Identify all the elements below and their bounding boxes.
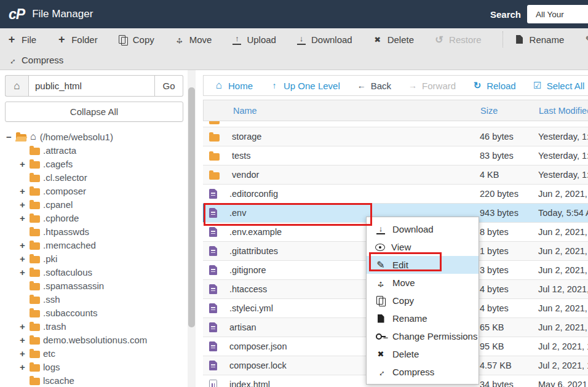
folder-icon bbox=[209, 153, 220, 161]
restore-button[interactable]: Restore bbox=[434, 34, 482, 45]
tree-item[interactable]: .spamassassin bbox=[5, 279, 183, 292]
nav-reload[interactable]: Reload bbox=[472, 81, 516, 91]
file-last-modified: Yesterday, 1:4 bbox=[532, 151, 588, 161]
tree-item[interactable]: + .cagefs bbox=[5, 157, 183, 170]
nav-up-one-level[interactable]: Up One Level bbox=[269, 81, 340, 91]
tree-item[interactable]: + .memcached bbox=[5, 238, 183, 252]
tree-item[interactable]: + .cphorde bbox=[5, 211, 183, 225]
tree-expander[interactable]: + bbox=[18, 159, 26, 169]
tree-item-label: (/home/websolu1) bbox=[40, 132, 113, 142]
file-last-modified: Jun 2, 2021, 2 bbox=[532, 322, 588, 332]
file-name: vendor bbox=[232, 170, 259, 180]
collapse-all-button[interactable]: Collapse All bbox=[5, 102, 183, 122]
delete-button[interactable]: Delete bbox=[372, 34, 414, 45]
tree-item[interactable]: .ssh bbox=[5, 292, 183, 306]
tree-item[interactable]: + .cpanel bbox=[5, 197, 183, 211]
context-menu-item-label: Delete bbox=[392, 349, 419, 359]
tree-expander[interactable]: − bbox=[5, 132, 13, 142]
nav-forward[interactable]: Forward bbox=[407, 81, 456, 91]
edit-icon bbox=[584, 34, 588, 45]
file-size: 220 bytes bbox=[474, 189, 532, 199]
file-row[interactable] bbox=[203, 121, 588, 127]
file-icon bbox=[209, 303, 217, 313]
tree-item[interactable]: + .softaculous bbox=[5, 265, 183, 279]
move-button[interactable]: Move bbox=[174, 34, 212, 45]
compress-button[interactable]: Compress bbox=[6, 55, 63, 65]
file-row[interactable]: storage 46 bytes Yesterday, 1:4 bbox=[203, 127, 588, 146]
tree-item[interactable]: .attracta bbox=[5, 143, 183, 157]
menu-compress[interactable]: Compress bbox=[367, 363, 479, 381]
nav-home[interactable]: Home bbox=[213, 81, 253, 91]
top-bar: cP File Manager Search All Your bbox=[0, 0, 588, 28]
upload-button[interactable]: Upload bbox=[231, 34, 276, 45]
menu-rename[interactable]: Rename bbox=[367, 309, 479, 327]
menu-edit[interactable]: Edit bbox=[367, 256, 479, 274]
sidebar-scrollbar[interactable] bbox=[188, 70, 196, 387]
context-menu-item-label: Download bbox=[392, 224, 434, 234]
tree-item[interactable]: + logs bbox=[5, 360, 183, 373]
cpanel-logo: cP bbox=[9, 6, 25, 23]
menu-change-permissions[interactable]: Change Permissions bbox=[367, 327, 479, 345]
toolbar-button-label: Rename bbox=[530, 34, 565, 45]
file-row[interactable]: vendor 4 KB Yesterday, 1:4 bbox=[203, 166, 588, 185]
tree-item-label: .composer bbox=[43, 186, 86, 196]
rename-button[interactable]: Rename bbox=[503, 31, 565, 47]
file-button[interactable]: File bbox=[6, 34, 36, 45]
tree-item[interactable]: lscache bbox=[5, 373, 183, 387]
tree-item[interactable]: + etc bbox=[5, 346, 183, 360]
move-icon bbox=[375, 277, 386, 288]
home-path-button[interactable] bbox=[5, 75, 28, 97]
download-button[interactable]: Download bbox=[296, 34, 352, 45]
sidebar-scrollbar-thumb[interactable] bbox=[188, 87, 195, 327]
menu-delete[interactable]: Delete bbox=[367, 345, 479, 363]
tree-item[interactable]: + demo.websolutionus.com bbox=[5, 333, 183, 346]
folder-button[interactable]: Folder bbox=[56, 34, 98, 45]
tree-expander[interactable]: + bbox=[18, 335, 26, 345]
tree-expander[interactable]: + bbox=[18, 186, 26, 196]
tree-expander[interactable]: + bbox=[18, 362, 26, 372]
folder-icon bbox=[30, 215, 40, 223]
tree-item[interactable]: .htpasswds bbox=[5, 225, 183, 238]
tree-expander[interactable]: + bbox=[18, 199, 26, 210]
tree-item-label: .spamassassin bbox=[43, 281, 104, 291]
tree-item[interactable]: .cl.selector bbox=[5, 170, 183, 184]
path-bar: Go bbox=[5, 75, 183, 97]
context-menu-item-label: Change Permissions bbox=[392, 331, 477, 341]
toolbar-button-label: Download bbox=[311, 34, 352, 45]
tree-item[interactable]: − ⌂ (/home/websolu1) bbox=[5, 130, 183, 143]
tree-item[interactable]: + .trash bbox=[5, 319, 183, 333]
menu-view[interactable]: View bbox=[367, 238, 479, 256]
context-menu-item-label: Move bbox=[392, 277, 415, 288]
tree-expander[interactable]: + bbox=[18, 240, 26, 250]
tree-item[interactable]: + .composer bbox=[5, 184, 183, 197]
tree-item[interactable]: .subaccounts bbox=[5, 306, 183, 319]
tree-item[interactable]: + .pki bbox=[5, 252, 183, 265]
toolbar-button-label: File bbox=[22, 34, 36, 45]
file-last-modified: Jun 2, 2021, 2 bbox=[532, 227, 588, 237]
menu-download[interactable]: Download bbox=[367, 220, 479, 238]
folder-icon bbox=[30, 161, 40, 169]
file-row[interactable]: tests 83 bytes Yesterday, 1:4 bbox=[203, 146, 588, 166]
menu-move[interactable]: Move bbox=[367, 274, 479, 292]
tree-expander[interactable]: + bbox=[18, 267, 26, 277]
nav-select-all[interactable]: Select All bbox=[532, 81, 585, 91]
tree-expander[interactable]: + bbox=[18, 253, 26, 264]
nav-link-label: Back bbox=[371, 81, 391, 91]
copy-button[interactable]: Copy bbox=[117, 34, 154, 45]
tree-expander[interactable]: + bbox=[18, 348, 26, 359]
go-button[interactable]: Go bbox=[155, 75, 183, 97]
path-input[interactable] bbox=[28, 75, 155, 97]
file-icon bbox=[209, 227, 217, 237]
column-header-name[interactable]: Name bbox=[204, 106, 474, 116]
search-scope-dropdown[interactable]: All Your bbox=[527, 5, 588, 23]
edit-button[interactable]: Edit bbox=[584, 34, 588, 45]
nav-back[interactable]: Back bbox=[356, 81, 391, 91]
column-header-last-modified[interactable]: Last Modified bbox=[533, 106, 588, 116]
column-header-size[interactable]: Size bbox=[474, 106, 533, 116]
tree-expander[interactable]: + bbox=[18, 213, 26, 223]
toolbar-button-label: Restore bbox=[449, 34, 482, 45]
menu-copy[interactable]: Copy bbox=[367, 292, 479, 309]
tree-expander[interactable]: + bbox=[18, 321, 26, 332]
file-row[interactable]: .editorconfig 220 bytes Jun 2, 2021, 2 bbox=[203, 185, 588, 204]
file-name: .gitignore bbox=[229, 265, 266, 275]
